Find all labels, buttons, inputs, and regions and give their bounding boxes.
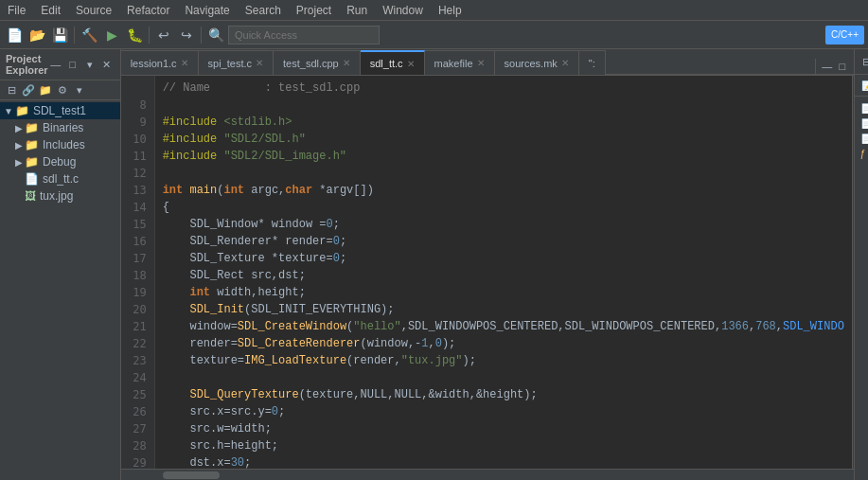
code-line-24 <box>163 369 844 386</box>
sdlh-icon: 📄 <box>860 118 868 129</box>
code-line-28: src.h=height; <box>163 437 844 454</box>
scroll-track[interactable] <box>125 471 850 479</box>
tree-includes[interactable]: ▶ 📁 Includes <box>0 136 120 153</box>
tab-spi-label: spi_test.c <box>208 58 252 69</box>
search-toggle[interactable]: 🔍 <box>205 25 226 45</box>
tree-root[interactable]: ▼ 📁 SDL_test1 <box>0 102 120 119</box>
tab-spacer <box>606 50 815 75</box>
new-folder-btn[interactable]: 📁 <box>38 82 53 98</box>
root-folder-icon: 📁 <box>15 104 29 117</box>
editor-max-btn[interactable]: □ <box>835 59 850 74</box>
editor-controls: — □ <box>815 59 854 75</box>
redo-btn[interactable]: ↪ <box>176 25 197 45</box>
quick-access-input[interactable] <box>228 26 380 44</box>
menu-search[interactable]: Search <box>238 2 289 19</box>
tab-makefile-close[interactable]: ✕ <box>477 58 485 68</box>
ln-25: 25 <box>121 386 147 403</box>
menu-file[interactable]: File <box>0 2 33 19</box>
binaries-folder-icon: 📁 <box>25 121 39 134</box>
code-editor[interactable]: // Name : test_sdl.cpp #include <stdlib.… <box>155 76 852 469</box>
tab-lession1-close[interactable]: ✕ <box>181 58 188 68</box>
sdl-tt-label: sdl_tt.c <box>43 172 79 186</box>
sep1 <box>74 27 75 44</box>
sidebar-header: Project Explorer — □ ▾ ✕ <box>0 49 120 80</box>
menu-window[interactable]: Window <box>375 2 431 19</box>
menu-project[interactable]: Project <box>289 2 339 19</box>
tab-sourcesmk-close[interactable]: ✕ <box>561 58 569 68</box>
undo-btn[interactable]: ↩ <box>153 25 174 45</box>
sep3 <box>201 27 202 44</box>
tab-testsdl-label: test_sdl.cpp <box>283 58 339 69</box>
menu-source[interactable]: Source <box>68 2 119 19</box>
code-line-22: render=SDL_CreateRenderer(window,-1,0); <box>163 335 844 352</box>
menu-help[interactable]: Help <box>431 2 469 19</box>
code-line-21: window=SDL_CreateWindow("hello",SDL_WIND… <box>163 318 844 335</box>
debug-folder-icon: 📁 <box>25 155 39 169</box>
tab-test-sdl[interactable]: test_sdl.cpp ✕ <box>274 50 361 75</box>
sidebar-controls: — □ ▾ ✕ <box>48 57 115 72</box>
sidebar-toolbar: ⊟ 🔗 📁 ⚙ ▾ <box>0 80 120 100</box>
tab-quote[interactable]: ": <box>579 50 606 75</box>
outline-panel: 📄 stdlib.h 📄 SDL2/SDL.h 📄 SDL2/SDL_im...… <box>855 97 868 480</box>
sidebar-menu-btn[interactable]: ▾ <box>82 57 97 72</box>
tab-quote-label: ": <box>589 58 595 69</box>
tux-img-icon: 🖼 <box>25 189 36 203</box>
tab-sdl-tt[interactable]: sdl_tt.c ✕ <box>361 50 425 75</box>
outline-sdl-h[interactable]: 📄 SDL2/SDL.h <box>859 116 868 131</box>
code-line-23: texture=IMG_LoadTexture(render,"tux.jpg"… <box>163 352 844 369</box>
editor-scrollbar[interactable] <box>121 469 854 480</box>
tree-sdl-tt-c[interactable]: ▶ 📄 sdl_tt.c <box>0 170 120 187</box>
tree-binaries[interactable]: ▶ 📁 Binaries <box>0 119 120 136</box>
editor-min-btn[interactable]: — <box>820 59 835 74</box>
sidebar-minimize-btn[interactable]: — <box>48 57 63 72</box>
new-btn[interactable]: 📄 <box>4 25 25 45</box>
tab-sdltt-close[interactable]: ✕ <box>407 59 415 69</box>
tab-makefile[interactable]: makefile ✕ <box>425 50 495 75</box>
project-explorer: Project Explorer — □ ▾ ✕ ⊟ 🔗 📁 ⚙ ▾ ▼ 📁 S… <box>0 49 121 480</box>
code-line-20: SDL_Init(SDL_INIT_EVERYTHING); <box>163 301 844 318</box>
sdlimg-icon: 📄 <box>860 133 868 144</box>
rp-tab1[interactable]: 📝 <box>859 77 868 94</box>
outline-sdl-image[interactable]: 📄 SDL2/SDL_im... <box>859 131 868 146</box>
binaries-arrow: ▶ <box>15 123 23 133</box>
tab-sdltt-label: sdl_tt.c <box>370 58 403 69</box>
build-btn[interactable]: 🔨 <box>79 25 99 45</box>
link-editor-btn[interactable]: 🔗 <box>21 82 36 98</box>
right-panel-tabs: 📝 🔍 ▾ <box>855 75 868 97</box>
tab-spi-close[interactable]: ✕ <box>256 58 263 68</box>
save-btn[interactable]: 💾 <box>49 25 70 45</box>
menu-refactor[interactable]: Refactor <box>119 2 177 19</box>
debug-btn[interactable]: 🐛 <box>124 25 145 45</box>
ln-21: 21 <box>121 318 147 335</box>
tab-lession1[interactable]: lession1.c ✕ <box>121 50 199 75</box>
run-btn[interactable]: ▶ <box>101 25 122 45</box>
tux-label: tux.jpg <box>40 189 73 203</box>
code-line-header: // Name : test_sdl.cpp <box>163 80 844 97</box>
sidebar-close-btn[interactable]: ✕ <box>99 57 115 72</box>
tab-sources-mk[interactable]: sources.mk ✕ <box>495 50 579 75</box>
tree-tux-jpg[interactable]: ▶ 🖼 tux.jpg <box>0 187 120 204</box>
ln-12: 12 <box>121 165 147 182</box>
scroll-thumb[interactable] <box>163 471 220 479</box>
collapse-all-btn[interactable]: ⊟ <box>4 82 19 98</box>
outline-main[interactable]: ƒ main(int, cha... <box>859 146 868 161</box>
open-btn[interactable]: 📂 <box>27 25 47 45</box>
sidebar-expand-btn[interactable]: ▾ <box>72 82 87 98</box>
tree-debug[interactable]: ▶ 📁 Debug <box>0 153 120 170</box>
project-tree: ▼ 📁 SDL_test1 ▶ 📁 Binaries ▶ 📁 Includes … <box>0 100 120 480</box>
menu-edit[interactable]: Edit <box>33 2 68 19</box>
code-line-27: src.w=width; <box>163 420 844 437</box>
includes-label: Includes <box>43 138 85 151</box>
outline-stdlib[interactable]: 📄 stdlib.h <box>859 100 868 116</box>
tab-testsdl-close[interactable]: ✕ <box>343 58 350 68</box>
menu-navigate[interactable]: Navigate <box>177 2 237 19</box>
ln-24: 24 <box>121 369 147 386</box>
sidebar-maximize-btn[interactable]: □ <box>65 57 80 72</box>
ln-23: 23 <box>121 352 147 369</box>
rp-btn1[interactable]: ⊟ <box>859 53 868 70</box>
sidebar-settings-btn[interactable]: ⚙ <box>55 82 70 98</box>
root-label: SDL_test1 <box>33 104 86 117</box>
menu-run[interactable]: Run <box>339 2 375 19</box>
perspective-btn[interactable]: C/C++ <box>825 26 864 44</box>
tab-spi-test[interactable]: spi_test.c ✕ <box>199 50 274 75</box>
